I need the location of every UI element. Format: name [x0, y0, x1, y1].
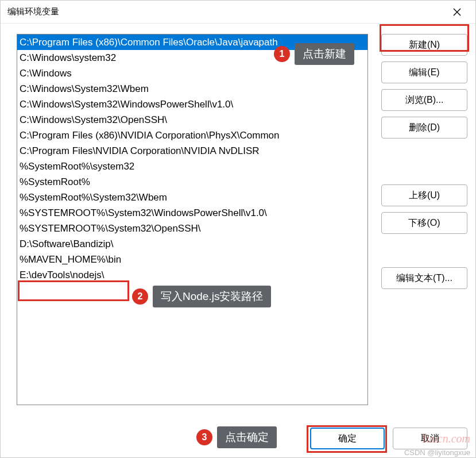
path-listbox[interactable]: C:\Program Files (x86)\Common Files\Orac… [17, 34, 368, 405]
list-item[interactable]: C:\Windows\System32\WindowsPowerShell\v1… [17, 97, 367, 112]
list-item[interactable]: C:\Program Files (x86)\NVIDIA Corporatio… [17, 128, 367, 143]
cancel-button[interactable]: 取消 [393, 428, 467, 449]
step-tooltip: 写入Node.js安装路径 [153, 286, 271, 307]
move-down-button[interactable]: 下移(O) [381, 212, 467, 234]
env-variable-dialog: 编辑环境变量 C:\Program Files (x86)\Common Fil… [0, 0, 476, 458]
list-item[interactable]: C:\Windows\System32\OpenSSH\ [17, 112, 367, 128]
list-item[interactable]: %SYSTEMROOT%\System32\WindowsPowerShell\… [17, 205, 367, 221]
list-item[interactable]: %MAVEN_HOME%\bin [17, 252, 367, 267]
spacer [381, 240, 467, 261]
list-item[interactable]: %SystemRoot%\System32\Wbem [17, 190, 367, 205]
delete-button[interactable]: 删除(D) [381, 117, 467, 138]
ok-button[interactable]: 确定 [310, 428, 385, 449]
new-button[interactable]: 新建(N) [381, 34, 467, 56]
list-item[interactable]: %SystemRoot% [17, 174, 367, 190]
close-button[interactable] [446, 1, 469, 24]
list-item[interactable]: E:\devTools\nodejs\ [17, 267, 367, 283]
list-item[interactable]: C:\Windows [17, 66, 367, 81]
list-item[interactable]: C:\Program Files\NVIDIA Corporation\NVID… [17, 143, 367, 159]
move-up-button[interactable]: 上移(U) [381, 184, 467, 206]
step-tooltip: 点击确定 [217, 426, 277, 448]
listbox-wrap: C:\Program Files (x86)\Common Files\Orac… [17, 34, 372, 416]
list-item[interactable]: %SYSTEMROOT%\System32\OpenSSH\ [17, 221, 367, 236]
edit-button[interactable]: 编辑(E) [381, 61, 467, 83]
step-number-badge: 3 [196, 429, 212, 445]
content-area: C:\Program Files (x86)\Common Files\Orac… [1, 24, 475, 422]
annotation-step3: 3 点击确定 [196, 426, 277, 448]
annotation-step2: 2 写入Node.js安装路径 [132, 286, 271, 307]
side-buttons: 新建(N) 编辑(E) 浏览(B)... 删除(D) 上移(U) 下移(O) 编… [381, 34, 467, 416]
annotation-step1: 1 点击新建 [274, 43, 354, 65]
list-item[interactable]: D:\Software\Bandizip\ [17, 236, 367, 252]
titlebar: 编辑环境变量 [1, 1, 475, 24]
step-number-badge: 2 [132, 288, 148, 305]
step-number-badge: 1 [274, 46, 290, 62]
step-tooltip: 点击新建 [295, 43, 354, 65]
dialog-title: 编辑环境变量 [7, 6, 446, 17]
list-item[interactable]: C:\Windows\System32\Wbem [17, 81, 367, 97]
list-item[interactable]: %SystemRoot%\system32 [17, 159, 367, 174]
spacer [381, 144, 467, 179]
browse-button[interactable]: 浏览(B)... [381, 89, 467, 111]
edit-text-button[interactable]: 编辑文本(T)... [381, 267, 467, 289]
close-icon [453, 8, 461, 16]
